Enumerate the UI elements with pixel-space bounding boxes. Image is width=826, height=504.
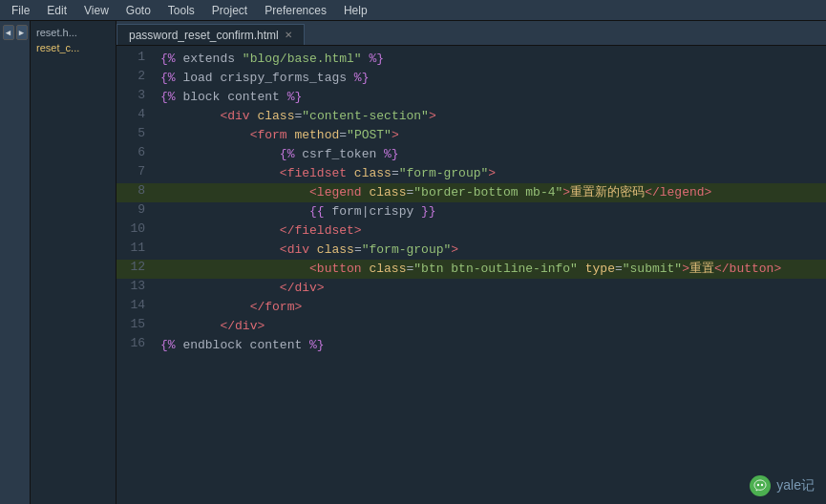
nav-back-button[interactable]: ◀ <box>3 25 14 40</box>
line-num-13: 13 <box>116 279 155 293</box>
line-content-10: </fieldset> <box>155 221 362 241</box>
code-line-16: 16 {% endblock content %} <box>116 336 826 355</box>
menu-help[interactable]: Help <box>336 2 375 19</box>
line-content-4: <div class="content-section"> <box>155 107 436 126</box>
tab-close-button[interactable]: ✕ <box>285 31 292 40</box>
line-num-4: 4 <box>116 107 155 121</box>
code-line-2: 2 {% load crispy_forms_tags %} <box>116 69 826 88</box>
svg-point-1 <box>761 484 763 486</box>
line-content-3: {% block content %} <box>155 88 302 107</box>
tab-label: password_reset_confirm.html <box>129 29 279 42</box>
line-num-10: 10 <box>116 221 155 236</box>
line-num-2: 2 <box>116 69 155 83</box>
code-line-4: 4 <div class="content-section"> <box>116 107 826 126</box>
code-line-13: 13 </div> <box>116 279 826 298</box>
line-content-14: </form> <box>155 298 302 317</box>
line-content-6: {% csrf_token %} <box>155 145 399 164</box>
nav-sidebar: ◀ ▶ <box>0 21 31 504</box>
line-num-3: 3 <box>116 88 155 102</box>
line-content-1: {% extends "blog/base.html" %} <box>155 50 384 69</box>
code-line-5: 5 <form method="POST"> <box>116 126 826 145</box>
menu-tools[interactable]: Tools <box>160 2 202 19</box>
code-line-7: 7 <fieldset class="form-group"> <box>116 164 826 183</box>
line-content-5: <form method="POST"> <box>155 126 399 145</box>
code-line-12: 12 <button class="btn btn-outline-info" … <box>116 260 826 279</box>
line-content-7: <fieldset class="form-group"> <box>155 164 496 183</box>
line-content-16: {% endblock content %} <box>155 336 325 355</box>
menu-project[interactable]: Project <box>204 2 255 19</box>
code-line-15: 15 </div> <box>116 317 826 336</box>
watermark: yale记 <box>750 475 815 496</box>
line-content-11: <div class="form-group"> <box>155 241 458 260</box>
line-content-9: {{ form|crispy }} <box>155 202 436 221</box>
line-num-8: 8 <box>116 183 155 198</box>
file-item-reset[interactable]: reset.h... <box>31 25 116 40</box>
code-line-3: 3 {% block content %} <box>116 88 826 107</box>
code-line-9: 9 {{ form|crispy }} <box>116 202 826 221</box>
wechat-icon <box>750 475 771 496</box>
line-num-14: 14 <box>116 298 155 312</box>
menu-preferences[interactable]: Preferences <box>257 2 334 19</box>
line-num-7: 7 <box>116 164 155 178</box>
file-panel: reset.h... reset_c... <box>31 21 116 504</box>
line-content-2: {% load crispy_forms_tags %} <box>155 69 369 88</box>
menu-view[interactable]: View <box>76 2 116 19</box>
line-num-16: 16 <box>116 336 155 350</box>
watermark-text: yale记 <box>776 477 815 494</box>
line-num-5: 5 <box>116 126 155 140</box>
nav-forward-button[interactable]: ▶ <box>16 25 28 40</box>
line-num-1: 1 <box>116 50 155 64</box>
line-content-12: <button class="btn btn-outline-info" typ… <box>155 260 781 279</box>
svg-point-0 <box>757 484 759 486</box>
menu-edit[interactable]: Edit <box>39 2 74 19</box>
line-num-11: 11 <box>116 241 155 255</box>
line-num-9: 9 <box>116 202 155 217</box>
line-content-8: <legend class="border-bottom mb-4">重置新的密… <box>155 183 711 202</box>
code-line-8: 8 <legend class="border-bottom mb-4">重置新… <box>116 183 826 202</box>
code-view[interactable]: 1 {% extends "blog/base.html" %} 2 {% lo… <box>116 46 826 504</box>
line-num-15: 15 <box>116 317 155 331</box>
line-content-15: </div> <box>155 317 265 336</box>
menu-goto[interactable]: Goto <box>118 2 159 19</box>
tab-password-reset-confirm[interactable]: password_reset_confirm.html ✕ <box>116 24 305 45</box>
code-line-14: 14 </form> <box>116 298 826 317</box>
code-line-11: 11 <div class="form-group"> <box>116 241 826 260</box>
menu-bar: File Edit View Goto Tools Project Prefer… <box>0 0 826 21</box>
line-content-13: </div> <box>155 279 325 298</box>
tab-bar: password_reset_confirm.html ✕ <box>116 21 826 46</box>
editor-area: password_reset_confirm.html ✕ 1 {% exten… <box>116 21 826 504</box>
line-num-6: 6 <box>116 145 155 159</box>
code-line-1: 1 {% extends "blog/base.html" %} <box>116 50 826 69</box>
line-num-12: 12 <box>116 260 155 274</box>
menu-file[interactable]: File <box>4 2 37 19</box>
nav-arrows: ◀ ▶ <box>3 25 28 40</box>
code-line-6: 6 {% csrf_token %} <box>116 145 826 164</box>
file-item-reset-confirm[interactable]: reset_c... <box>31 40 116 55</box>
code-line-10: 10 </fieldset> <box>116 221 826 241</box>
main-area: ◀ ▶ reset.h... reset_c... password_reset… <box>0 21 826 504</box>
